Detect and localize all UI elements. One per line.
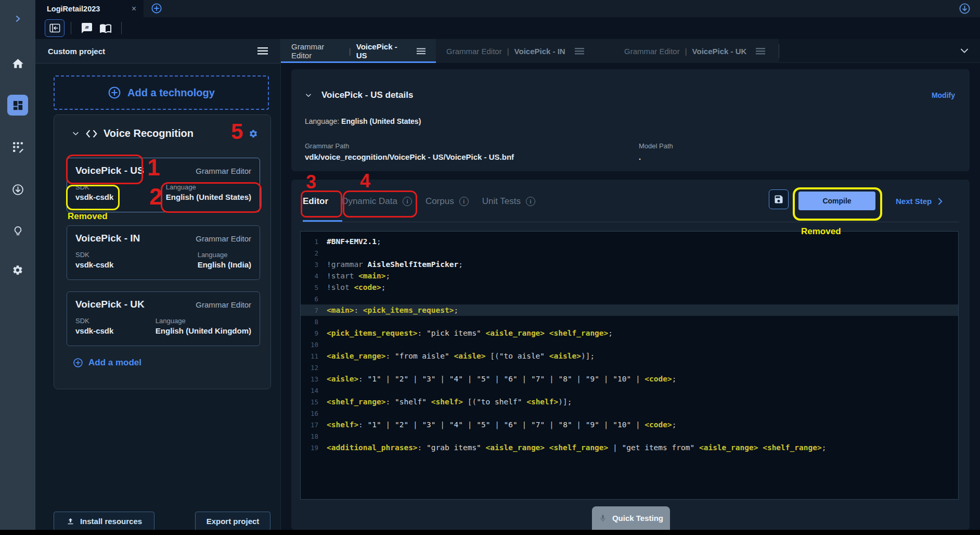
line-number: 12 <box>301 364 327 372</box>
book-icon[interactable] <box>96 20 115 36</box>
model-name: VoicePick - IN <box>75 233 140 244</box>
code-line: 3!grammar AisleShelfItemPicker; <box>301 259 958 270</box>
add-project-tab-button[interactable] <box>151 3 162 14</box>
download-icon[interactable] <box>0 183 35 196</box>
code-text: <aisle>: "1" | "2" | "3" | "4" | "5" | "… <box>327 375 676 383</box>
language-value: English (United States) <box>166 193 251 201</box>
line-number: 16 <box>301 410 327 417</box>
voice-recognition-group: Voice Recognition VoicePick - USGrammar … <box>54 114 271 389</box>
info-icon[interactable]: i <box>526 197 535 206</box>
line-number: 13 <box>301 375 327 383</box>
code-text: <shelf>: "1" | "2" | "3" | "4" | "5" | "… <box>327 421 676 429</box>
grammar-path-label: Grammar Path <box>305 142 349 150</box>
home-icon[interactable] <box>0 57 35 70</box>
language-label: Language <box>198 251 251 259</box>
code-text: <aisle_range>: "from aisle" <aisle> [("t… <box>327 352 595 360</box>
info-icon[interactable]: i <box>459 197 469 206</box>
compile-button[interactable]: Compile <box>798 192 875 210</box>
add-model-button[interactable]: Add a model <box>73 358 141 368</box>
group-gear-icon[interactable] <box>249 129 258 138</box>
language-value: English (United States) <box>341 117 421 125</box>
close-icon[interactable]: × <box>132 5 136 13</box>
tab-model-name: VoicePick - IN <box>514 47 565 56</box>
line-number: 10 <box>301 341 327 349</box>
code-line: 18 <box>301 430 958 442</box>
chevron-down-icon[interactable] <box>305 92 312 99</box>
details-panel: VoicePick - US details Modify Language: … <box>291 69 970 171</box>
modify-link[interactable]: Modify <box>932 91 955 99</box>
voice-recognition-header[interactable]: Voice Recognition <box>54 115 270 139</box>
code-line: 15<shelf_range>: "shelf" <shelf> [("to s… <box>301 396 958 407</box>
model-card[interactable]: VoicePick - USGrammar EditorSDKvsdk-csdk… <box>67 158 260 212</box>
gear-icon[interactable] <box>0 264 35 276</box>
sdk-value: vsdk-csdk <box>75 326 113 335</box>
model-card[interactable]: VoicePick - INGrammar EditorSDKvsdk-csdk… <box>67 225 260 280</box>
apps-edit-icon[interactable] <box>0 141 35 154</box>
language-label: Language: <box>305 117 341 125</box>
main-content: Grammar Editor|VoicePick - USGrammar Edi… <box>281 39 980 530</box>
model-editor-type: Grammar Editor <box>196 300 251 309</box>
save-button[interactable] <box>769 189 789 209</box>
tab-model-name: VoicePick - US <box>356 42 407 60</box>
export-project-button[interactable]: Export project <box>195 512 270 531</box>
code-text: !slot <code>; <box>327 283 386 291</box>
tab-menu-icon[interactable] <box>417 48 425 55</box>
tabbar-chevron-down-icon[interactable] <box>960 48 969 54</box>
sdk-label: SDK <box>75 251 113 259</box>
grammar-path-value: vdk/voice_recognition/VoicePick - US/Voi… <box>305 152 514 161</box>
language-value: English (India) <box>198 260 251 269</box>
next-step-button[interactable]: Next Step <box>896 197 943 206</box>
model-name: VoicePick - UK <box>75 299 145 310</box>
expand-chevron-icon[interactable] <box>0 15 35 23</box>
line-number: 19 <box>301 444 327 452</box>
project-tab[interactable]: LogiRetail2023 × <box>35 0 144 17</box>
model-name: VoicePick - US <box>75 165 144 176</box>
editor-subtab-dynamic-data[interactable]: Dynamic Datai <box>342 196 412 207</box>
tab-menu-icon[interactable] <box>756 48 765 55</box>
tab-menu-icon[interactable] <box>575 48 584 55</box>
model-card[interactable]: VoicePick - UKGrammar EditorSDKvsdk-csdk… <box>67 291 260 346</box>
grammar-editor-tab[interactable]: Grammar Editor|VoicePick - US <box>281 39 436 63</box>
quick-testing-button[interactable]: Quick Testing <box>592 506 670 530</box>
code-line: 1#BNF+EMV2.1; <box>301 236 958 247</box>
lightbulb-icon[interactable] <box>0 225 35 237</box>
editor-subtab-editor[interactable]: Editor <box>303 196 328 207</box>
download-circle-icon[interactable] <box>959 3 971 15</box>
grammar-editor-tab[interactable]: Grammar Editor|VoicePick - IN <box>436 39 614 63</box>
left-rail <box>0 0 35 530</box>
line-number: 17 <box>301 421 327 429</box>
editor-subtab-unit-tests[interactable]: Unit Testsi <box>482 196 535 207</box>
code-line: 10 <box>301 339 958 350</box>
editor-subtab-corpus[interactable]: Corpusi <box>425 196 469 207</box>
export-project-label: Export project <box>207 517 260 526</box>
code-text: <pick_items_request>: "pick items" <aisl… <box>327 329 613 337</box>
hamburger-menu-icon[interactable] <box>257 47 268 55</box>
line-number: 1 <box>301 238 327 246</box>
install-resources-button[interactable]: Install resources <box>54 512 154 531</box>
line-number: 11 <box>301 352 327 360</box>
tab-prefix: Grammar Editor <box>446 47 502 56</box>
code-line: 7<main>: <pick_items_request>; <box>301 304 958 316</box>
subtab-label: Unit Tests <box>482 196 521 207</box>
code-line: 11<aisle_range>: "from aisle" <aisle> [(… <box>301 350 958 362</box>
code-line: 4!start <main>; <box>301 270 958 282</box>
add-technology-button[interactable]: Add a technology <box>54 75 269 110</box>
code-line: 12 <box>301 362 958 373</box>
info-icon[interactable]: i <box>403 197 412 206</box>
line-number: 9 <box>301 329 327 337</box>
tab-separator: | <box>685 47 687 56</box>
code-editor[interactable]: 1#BNF+EMV2.1;23!grammar AisleShelfItemPi… <box>300 231 959 500</box>
project-panel-header: Custom project <box>35 39 280 63</box>
line-number: 5 <box>301 284 327 291</box>
line-number: 6 <box>301 295 327 303</box>
toolbar-separator <box>71 22 71 34</box>
code-line: 6 <box>301 293 958 304</box>
collapse-panel-icon[interactable] <box>45 19 65 37</box>
grammar-editor-tab[interactable]: Grammar Editor|VoicePick - UK <box>614 39 779 63</box>
code-text: <additional_phrases>: "grab items" <aisl… <box>327 443 826 452</box>
dashboard-nav-active[interactable] <box>7 95 28 116</box>
code-line: 17<shelf>: "1" | "2" | "3" | "4" | "5" |… <box>301 419 958 430</box>
chat-dictionary-icon[interactable]: æ <box>78 20 96 36</box>
tab-prefix: Grammar Editor <box>291 42 344 60</box>
code-line: 19<additional_phrases>: "grab items" <ai… <box>301 442 958 453</box>
